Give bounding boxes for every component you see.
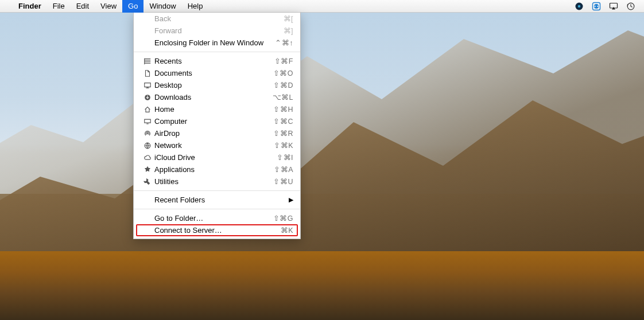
menu-shortcut: ⇧⌘O — [273, 69, 293, 77]
documents-icon — [142, 69, 153, 77]
menu-shortcut: ⇧⌘I — [277, 153, 293, 162]
menu-item-label: Home — [153, 105, 174, 114]
menu-shortcut: ⌘K — [281, 226, 293, 235]
menu-separator — [134, 52, 300, 52]
go-menu-dropdown: Back⌘[Forward⌘]Enclosing Folder in New W… — [133, 13, 301, 239]
menu-shortcut: ⌘[ — [284, 14, 293, 23]
menu-help[interactable]: Help — [182, 0, 209, 13]
menu-item-go-to-folder[interactable]: Go to Folder…⇧⌘G — [134, 212, 300, 224]
menu-item-enclosing-folder-in-new-window[interactable]: Enclosing Folder in New Window⌃⌘↑ — [134, 37, 300, 49]
menu-item-label: Downloads — [153, 93, 191, 102]
menubar: Finder File Edit View Go Window Help — [0, 0, 644, 13]
status-icon-1[interactable] — [574, 1, 584, 11]
menu-item-utilities[interactable]: Utilities⇧⌘U — [134, 175, 300, 188]
recents-icon — [142, 57, 153, 65]
menu-item-label: Forward — [153, 26, 182, 35]
menu-item-label: Connect to Server… — [153, 226, 222, 235]
airplay-icon[interactable] — [608, 1, 619, 11]
menu-item-label: AirDrop — [153, 129, 180, 138]
menu-shortcut: ⇧⌘H — [273, 105, 293, 114]
menu-item-documents[interactable]: Documents⇧⌘O — [134, 67, 300, 79]
menu-item-network[interactable]: Network⇧⌘K — [134, 139, 300, 151]
menu-item-label: Back — [153, 14, 171, 23]
menu-shortcut: ⇧⌘K — [274, 141, 293, 150]
desktop-icon — [142, 81, 153, 89]
menu-item-label: Network — [153, 141, 182, 150]
menu-item-downloads[interactable]: Downloads⌥⌘L — [134, 91, 300, 103]
menu-file[interactable]: File — [47, 0, 71, 13]
menu-item-label: Recent Folders — [153, 196, 205, 204]
utilities-icon — [142, 178, 153, 186]
menu-item-label: Desktop — [153, 81, 182, 89]
menu-item-label: iCloud Drive — [153, 153, 195, 162]
menu-shortcut: ⇧⌘U — [273, 177, 293, 186]
menu-separator — [134, 209, 300, 209]
menu-item-label: Enclosing Folder in New Window — [153, 38, 263, 47]
svg-point-1 — [578, 5, 580, 7]
menu-shortcut: ⇧⌘A — [274, 165, 293, 174]
menu-item-label: Go to Folder… — [153, 214, 203, 223]
downloads-icon — [142, 93, 153, 102]
submenu-arrow-icon: ▶ — [289, 196, 293, 204]
menu-go[interactable]: Go — [122, 0, 143, 13]
menu-edit[interactable]: Edit — [71, 0, 95, 13]
menu-item-connect-to-server[interactable]: Connect to Server…⌘K — [134, 224, 300, 236]
menu-item-label: Applications — [153, 165, 195, 174]
applications-icon — [142, 166, 153, 174]
desktop-wallpaper — [0, 0, 644, 320]
menu-view[interactable]: View — [95, 0, 122, 13]
menu-item-label: Documents — [153, 69, 192, 77]
menu-item-desktop[interactable]: Desktop⇧⌘D — [134, 79, 300, 91]
menu-item-home[interactable]: Home⇧⌘H — [134, 103, 300, 115]
app-menu[interactable]: Finder — [13, 0, 47, 13]
menu-shortcut: ⇧⌘C — [273, 117, 293, 126]
menu-separator — [134, 190, 300, 191]
menu-item-applications[interactable]: Applications⇧⌘A — [134, 163, 300, 175]
menu-item-airdrop[interactable]: AirDrop⇧⌘R — [134, 127, 300, 139]
teamviewer-icon[interactable] — [591, 1, 602, 11]
timemachine-icon[interactable] — [626, 1, 636, 11]
menu-shortcut: ⌃⌘↑ — [275, 38, 293, 47]
menu-shortcut: ⌘] — [284, 26, 293, 35]
menu-item-recents[interactable]: Recents⇧⌘F — [134, 55, 300, 67]
menu-item-icloud-drive[interactable]: iCloud Drive⇧⌘I — [134, 151, 300, 163]
menu-item-computer[interactable]: Computer⇧⌘C — [134, 115, 300, 127]
menu-item-label: Computer — [153, 117, 187, 126]
menu-item-label: Recents — [153, 57, 182, 65]
computer-icon — [142, 118, 153, 126]
menu-shortcut: ⇧⌘F — [274, 57, 293, 65]
menu-shortcut: ⇧⌘R — [273, 129, 293, 138]
menu-item-recent-folders[interactable]: Recent Folders▶ — [134, 194, 300, 206]
menu-shortcut: ⇧⌘G — [273, 214, 293, 223]
airdrop-icon — [142, 130, 153, 138]
menu-item-label: Utilities — [153, 177, 179, 186]
icloud-icon — [142, 154, 153, 162]
network-icon — [142, 142, 153, 150]
menu-shortcut: ⌥⌘L — [273, 93, 293, 102]
home-icon — [142, 106, 153, 114]
menu-item-forward: Forward⌘] — [134, 25, 300, 37]
menu-item-back: Back⌘[ — [134, 13, 300, 25]
menu-shortcut: ⇧⌘D — [273, 81, 293, 89]
menu-window[interactable]: Window — [143, 0, 181, 13]
